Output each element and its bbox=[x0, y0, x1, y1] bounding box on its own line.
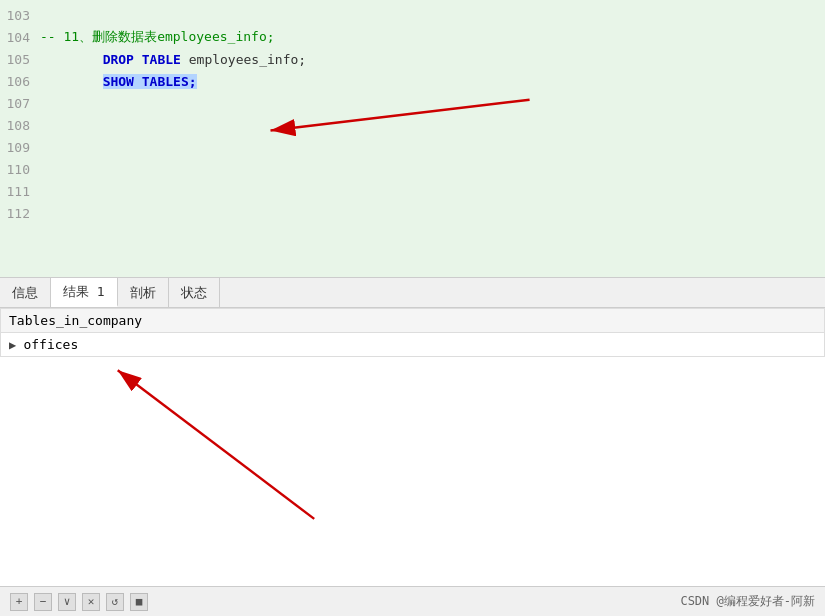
tab-parse-label: 剖析 bbox=[130, 284, 156, 302]
refresh-button[interactable]: ↺ bbox=[106, 593, 124, 611]
bottom-controls: + − ∨ ✕ ↺ ■ bbox=[10, 593, 148, 611]
code-line-107: 107 bbox=[0, 92, 825, 114]
add-button[interactable]: + bbox=[10, 593, 28, 611]
line-num-104: 104 bbox=[0, 30, 40, 45]
down-button[interactable]: ∨ bbox=[58, 593, 76, 611]
tab-info[interactable]: 信息 bbox=[0, 278, 51, 307]
tab-result1[interactable]: 结果 1 bbox=[51, 278, 118, 307]
remove-button[interactable]: − bbox=[34, 593, 52, 611]
selected-show-tables: SHOW TABLES; bbox=[103, 74, 197, 89]
brand-text: CSDN @编程爱好者-阿新 bbox=[680, 593, 815, 610]
tab-status[interactable]: 状态 bbox=[169, 278, 220, 307]
stop-button[interactable]: ■ bbox=[130, 593, 148, 611]
column-header: Tables_in_company bbox=[1, 309, 825, 333]
line-num-103: 103 bbox=[0, 8, 40, 23]
code-editor: 103 104 -- 11、删除数据表employees_info; 105 D… bbox=[0, 0, 825, 278]
bottom-bar: + − ∨ ✕ ↺ ■ CSDN @编程爱好者-阿新 bbox=[0, 586, 825, 616]
results-table: Tables_in_company ▶ offices bbox=[0, 308, 825, 357]
tab-info-label: 信息 bbox=[12, 284, 38, 302]
line-num-105: 105 bbox=[0, 52, 40, 67]
code-line-111: 111 bbox=[0, 180, 825, 202]
code-line-112: 112 bbox=[0, 202, 825, 224]
tab-result1-label: 结果 1 bbox=[63, 283, 105, 301]
code-lines: 103 104 -- 11、删除数据表employees_info; 105 D… bbox=[0, 0, 825, 228]
code-line-106: 106 SHOW TABLES; bbox=[0, 70, 825, 92]
table-row: ▶ offices bbox=[1, 333, 825, 357]
svg-line-3 bbox=[118, 370, 315, 519]
line-num-108: 108 bbox=[0, 118, 40, 133]
close-button[interactable]: ✕ bbox=[82, 593, 100, 611]
code-line-110: 110 bbox=[0, 158, 825, 180]
line-num-111: 111 bbox=[0, 184, 40, 199]
code-line-108: 108 bbox=[0, 114, 825, 136]
line-num-110: 110 bbox=[0, 162, 40, 177]
tab-status-label: 状态 bbox=[181, 284, 207, 302]
results-area: Tables_in_company ▶ offices bbox=[0, 308, 825, 586]
code-line-103: 103 bbox=[0, 4, 825, 26]
row-indicator: ▶ bbox=[9, 338, 23, 352]
tab-parse[interactable]: 剖析 bbox=[118, 278, 169, 307]
tabs-bar: 信息 结果 1 剖析 状态 bbox=[0, 278, 825, 308]
row-offices: ▶ offices bbox=[1, 333, 825, 357]
line-num-112: 112 bbox=[0, 206, 40, 221]
line-num-107: 107 bbox=[0, 96, 40, 111]
line-num-106: 106 bbox=[0, 74, 40, 89]
line-num-109: 109 bbox=[0, 140, 40, 155]
code-line-109: 109 bbox=[0, 136, 825, 158]
row-value-offices: offices bbox=[23, 337, 78, 352]
